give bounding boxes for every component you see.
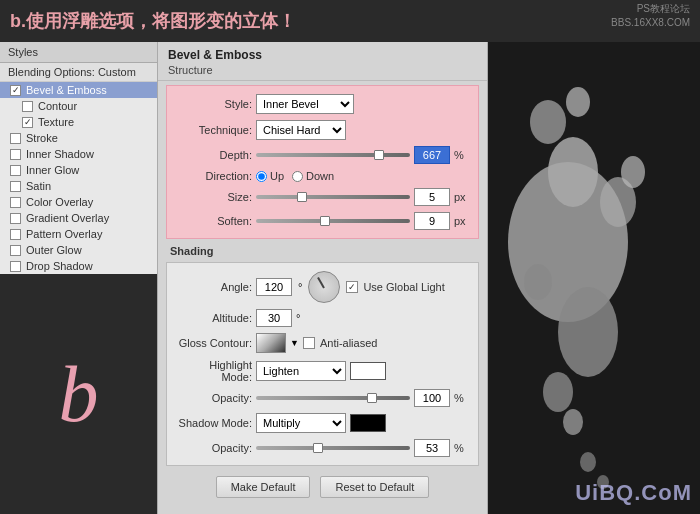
gloss-contour-control: ▼ Anti-aliased — [256, 333, 468, 353]
right-panel: UiBQ.CoM — [488, 42, 700, 514]
shading-title: Shading — [166, 245, 479, 257]
gloss-contour-row: Gloss Contour: ▼ Anti-aliased — [177, 333, 468, 353]
sidebar-item-stroke[interactable]: Stroke — [0, 130, 157, 146]
size-label: Size: — [177, 191, 252, 203]
angle-control: ° Use Global Light — [256, 271, 468, 303]
altitude-row: Altitude: ° — [177, 309, 468, 327]
highlight-opacity-thumb[interactable] — [367, 393, 377, 403]
shading-section: Shading Angle: ° Use Global Light — [166, 245, 479, 466]
size-control: px — [256, 188, 468, 206]
highlight-opacity-row: Opacity: % — [177, 389, 468, 407]
style-row: Style: Inner Bevel Outer Bevel Emboss Pi… — [177, 94, 468, 114]
angle-row: Angle: ° Use Global Light — [177, 271, 468, 303]
direction-down-radio[interactable] — [292, 171, 303, 182]
depth-thumb[interactable] — [374, 150, 384, 160]
left-panel: Styles Blending Options: Custom Bevel & … — [0, 42, 158, 514]
sidebar-item-outer-glow[interactable]: Outer Glow — [0, 242, 157, 258]
soften-row: Soften: px — [177, 212, 468, 230]
texture-checkbox[interactable] — [22, 117, 33, 128]
stroke-checkbox[interactable] — [10, 133, 21, 144]
sidebar-item-satin[interactable]: Satin — [0, 178, 157, 194]
shadow-color-swatch[interactable] — [350, 414, 386, 432]
soften-thumb[interactable] — [320, 216, 330, 226]
preview-letter: b — [59, 354, 99, 434]
shadow-mode-label: Shadow Mode: — [177, 417, 252, 429]
style-select[interactable]: Inner Bevel Outer Bevel Emboss Pillow Em… — [256, 94, 354, 114]
direction-row: Direction: Up Down — [177, 170, 468, 182]
center-panel: Bevel & Emboss Structure Style: Inner Be… — [158, 42, 488, 514]
technique-label: Technique: — [177, 124, 252, 136]
size-slider[interactable] — [256, 195, 410, 199]
bottom-watermark: UiBQ.CoM — [575, 480, 692, 506]
shadow-mode-row: Shadow Mode: Normal Lighten Multiply — [177, 413, 468, 433]
shadow-opacity-input[interactable] — [414, 439, 450, 457]
gloss-contour-preview[interactable] — [256, 333, 286, 353]
contour-arrow[interactable]: ▼ — [290, 338, 299, 348]
shading-box: Angle: ° Use Global Light Altitude: — [166, 262, 479, 466]
depth-slider[interactable] — [256, 153, 410, 157]
sidebar-item-inner-shadow[interactable]: Inner Shadow — [0, 146, 157, 162]
drop-shadow-checkbox[interactable] — [10, 261, 21, 272]
global-light-checkbox[interactable] — [346, 281, 358, 293]
make-default-button[interactable]: Make Default — [216, 476, 311, 498]
technique-select[interactable]: Smooth Chisel Hard Chisel Soft — [256, 120, 346, 140]
inner-glow-checkbox[interactable] — [10, 165, 21, 176]
satin-checkbox[interactable] — [10, 181, 21, 192]
sidebar-item-texture[interactable]: Texture — [0, 114, 157, 130]
svg-point-9 — [524, 264, 552, 300]
size-row: Size: px — [177, 188, 468, 206]
highlight-opacity-slider[interactable] — [256, 396, 410, 400]
altitude-input[interactable] — [256, 309, 292, 327]
outer-glow-checkbox[interactable] — [10, 245, 21, 256]
direction-up-radio[interactable] — [256, 171, 267, 182]
depth-unit: % — [454, 149, 468, 161]
sidebar-item-inner-glow[interactable]: Inner Glow — [0, 162, 157, 178]
angle-dial[interactable] — [308, 271, 340, 303]
sidebar-item-pattern-overlay[interactable]: Pattern Overlay — [0, 226, 157, 242]
bevel-emboss-checkbox[interactable] — [10, 85, 21, 96]
highlight-opacity-label: Opacity: — [177, 392, 252, 404]
svg-point-6 — [563, 409, 583, 435]
header: b.使用浮雕选项，将图形变的立体！ PS教程论坛 BBS.16XX8.COM — [0, 0, 700, 42]
shadow-opacity-slider[interactable] — [256, 446, 410, 450]
anti-aliased-row: Anti-aliased — [303, 337, 377, 349]
blending-options-row[interactable]: Blending Options: Custom — [0, 63, 157, 82]
soften-slider[interactable] — [256, 219, 410, 223]
global-light-row: Use Global Light — [346, 281, 444, 293]
style-label: Style: — [177, 98, 252, 110]
sidebar-item-drop-shadow[interactable]: Drop Shadow — [0, 258, 157, 274]
depth-control: % — [256, 146, 468, 164]
highlight-color-swatch[interactable] — [350, 362, 386, 380]
direction-down-label[interactable]: Down — [292, 170, 334, 182]
decorative-blobs — [488, 42, 700, 514]
soften-input[interactable] — [414, 212, 450, 230]
direction-up-label[interactable]: Up — [256, 170, 284, 182]
sidebar-item-color-overlay[interactable]: Color Overlay — [0, 194, 157, 210]
contour-checkbox[interactable] — [22, 101, 33, 112]
sidebar-item-contour[interactable]: Contour — [0, 98, 157, 114]
size-input[interactable] — [414, 188, 450, 206]
style-control: Inner Bevel Outer Bevel Emboss Pillow Em… — [256, 94, 468, 114]
depth-input[interactable] — [414, 146, 450, 164]
sidebar-item-gradient-overlay[interactable]: Gradient Overlay — [0, 210, 157, 226]
inner-shadow-checkbox[interactable] — [10, 149, 21, 160]
highlight-opacity-input[interactable] — [414, 389, 450, 407]
altitude-control: ° — [256, 309, 468, 327]
main-layout: Styles Blending Options: Custom Bevel & … — [0, 42, 700, 514]
reset-to-default-button[interactable]: Reset to Default — [320, 476, 429, 498]
highlight-mode-select[interactable]: Normal Lighten Screen Multiply — [256, 361, 346, 381]
pattern-overlay-checkbox[interactable] — [10, 229, 21, 240]
color-overlay-checkbox[interactable] — [10, 197, 21, 208]
altitude-unit: ° — [296, 312, 300, 324]
gradient-overlay-checkbox[interactable] — [10, 213, 21, 224]
shadow-opacity-thumb[interactable] — [313, 443, 323, 453]
shadow-mode-select[interactable]: Normal Lighten Multiply — [256, 413, 346, 433]
size-thumb[interactable] — [297, 192, 307, 202]
svg-point-4 — [558, 287, 618, 377]
highlight-mode-control: Normal Lighten Screen Multiply — [256, 361, 468, 381]
angle-input[interactable] — [256, 278, 292, 296]
styles-header: Styles — [0, 42, 157, 63]
depth-label: Depth: — [177, 149, 252, 161]
sidebar-item-bevel-emboss[interactable]: Bevel & Emboss — [0, 82, 157, 98]
anti-aliased-checkbox[interactable] — [303, 337, 315, 349]
